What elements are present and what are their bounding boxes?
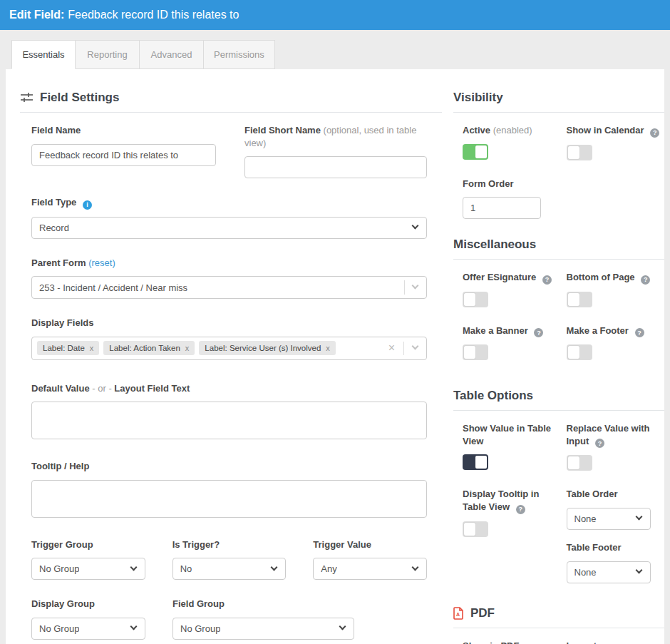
bottom-of-page-label: Bottom of Page ? <box>567 271 665 285</box>
field-type-select[interactable]: Record <box>31 217 427 239</box>
tooltip-help-textarea[interactable] <box>31 480 427 518</box>
display-group-select[interactable]: No Group <box>31 618 145 640</box>
replace-value-with-input-toggle[interactable] <box>567 455 592 471</box>
toggle-knob <box>568 146 579 159</box>
table-footer-label: Table Footer <box>567 541 665 554</box>
toggle-knob <box>464 293 475 306</box>
make-a-footer-toggle[interactable] <box>567 344 592 360</box>
tab-reporting[interactable]: Reporting <box>76 40 140 69</box>
field-short-name-label: Field Short Name (optional, used in tabl… <box>244 124 427 149</box>
parent-form-reset-link[interactable]: (reset) <box>88 257 115 268</box>
field-short-name-input[interactable] <box>244 156 427 178</box>
offer-esignature-group: Offer ESignature ? <box>463 271 561 307</box>
display-tooltip-in-table-view-group: Display Tooltip in Table View ? <box>463 488 561 573</box>
visibility-heading: Visibility <box>453 91 664 113</box>
help-icon[interactable]: ? <box>542 275 552 285</box>
default-value-textarea[interactable] <box>31 402 427 439</box>
show-in-calendar-toggle[interactable] <box>567 145 592 160</box>
help-icon[interactable]: ? <box>641 275 650 285</box>
tooltip-help-label: Tooltip / Help <box>31 460 427 473</box>
is-trigger-select[interactable]: No <box>172 558 287 580</box>
trigger-value-label: Trigger Value <box>313 538 427 551</box>
options-column: Visibility Active (enabled) <box>453 91 664 644</box>
form-order-input[interactable] <box>463 197 541 219</box>
tab-advanced[interactable]: Advanced <box>140 40 204 69</box>
remove-tag-icon[interactable]: x <box>90 344 94 352</box>
display-field-tag: Label: Action Taken x <box>103 341 195 355</box>
show-in-pdf-label: Show in PDF <box>463 640 561 644</box>
trigger-group-label: Trigger Group <box>31 538 145 551</box>
replace-value-with-input-group: Replace Value with Input ? <box>567 422 665 471</box>
help-icon[interactable]: ? <box>534 328 543 337</box>
pdf-heading: A PDF <box>453 606 664 628</box>
parent-form-group: Parent Form (reset) 253 - Incident / Acc… <box>31 257 427 300</box>
chevron-down-icon <box>339 623 346 630</box>
miscellaneous-heading: Miscellaneous <box>453 237 664 260</box>
field-group-select[interactable]: No Group <box>172 618 354 640</box>
field-type-label: Field Type i <box>31 196 427 210</box>
tab-permissions[interactable]: Permissions <box>204 40 275 69</box>
display-fields-multiselect[interactable]: Label: Date x Label: Action Taken x Labe… <box>31 337 427 360</box>
make-a-banner-group: Make a Banner ? <box>463 324 561 361</box>
toggle-knob <box>464 346 475 359</box>
make-a-banner-toggle[interactable] <box>463 344 488 360</box>
header-title: Feedback record ID this relates to <box>68 9 239 21</box>
make-a-footer-group: Make a Footer ? <box>567 324 665 361</box>
field-type-group: Field Type i Record <box>31 196 427 239</box>
pdf-layout-label: Layout <box>567 640 665 644</box>
make-a-footer-label: Make a Footer ? <box>567 324 665 338</box>
main-panel: Essentials Reporting Advanced Permission… <box>6 30 664 638</box>
toggle-knob <box>568 346 579 359</box>
remove-tag-icon[interactable]: x <box>185 344 190 352</box>
form-order-label: Form Order <box>463 178 664 190</box>
table-order-select[interactable]: None <box>567 508 651 530</box>
miscellaneous-title: Miscellaneous <box>453 237 536 252</box>
visibility-title: Visibility <box>453 91 503 105</box>
table-options-title: Table Options <box>453 389 533 403</box>
trigger-group-select[interactable]: No Group <box>31 558 145 580</box>
field-group-label: Field Group <box>172 598 354 610</box>
parent-form-select[interactable]: 253 - Incident / Accident / Near miss <box>31 276 427 299</box>
show-value-in-table-view-toggle[interactable] <box>463 454 488 470</box>
chevron-down-icon <box>271 563 278 571</box>
table-order-label: Table Order <box>567 488 665 501</box>
table-order-group: Table Order None <box>567 488 665 530</box>
info-icon[interactable]: i <box>83 200 92 210</box>
offer-esignature-toggle[interactable] <box>463 292 488 307</box>
active-hint: (enabled) <box>493 125 532 136</box>
help-icon[interactable]: ? <box>595 439 604 448</box>
field-name-input[interactable] <box>31 144 216 166</box>
table-footer-group: Table Footer None <box>567 541 665 583</box>
trigger-value-select[interactable]: Any <box>313 558 427 580</box>
toggle-knob <box>568 456 579 469</box>
remove-tag-icon[interactable]: x <box>326 344 330 352</box>
toggle-knob <box>464 523 475 536</box>
help-icon[interactable]: ? <box>650 128 659 138</box>
replace-value-with-input-label: Replace Value with Input ? <box>567 422 665 448</box>
field-settings-heading: Field Settings <box>20 91 442 113</box>
display-field-tag: Label: Service User (s) Involved x <box>199 341 335 355</box>
chevron-down-icon <box>412 282 419 290</box>
tab-essentials[interactable]: Essentials <box>11 40 76 69</box>
select-divider <box>403 342 404 355</box>
toggle-knob <box>475 145 487 158</box>
table-footer-select[interactable]: None <box>567 561 651 583</box>
display-group-group: Display Group No Group <box>31 598 145 640</box>
bottom-of-page-toggle[interactable] <box>567 292 592 307</box>
help-icon[interactable]: ? <box>635 328 644 337</box>
form-order-group: Form Order <box>463 178 664 220</box>
chevron-down-icon <box>130 623 138 630</box>
default-value-label: Default Value - or - Layout Field Text <box>31 382 427 395</box>
clear-all-icon[interactable]: × <box>388 342 395 354</box>
field-settings-title: Field Settings <box>40 91 119 105</box>
help-icon[interactable]: ? <box>516 505 525 514</box>
field-name-label: Field Name <box>31 124 216 137</box>
display-fields-group: Display Fields Label: Date x Label: Acti… <box>31 317 427 360</box>
display-field-tag: Label: Date x <box>37 341 99 355</box>
display-tooltip-in-table-view-toggle[interactable] <box>463 521 488 537</box>
active-toggle[interactable] <box>463 144 488 160</box>
parent-form-label: Parent Form (reset) <box>31 257 427 270</box>
display-fields-label: Display Fields <box>31 317 427 329</box>
tab-bar: Essentials Reporting Advanced Permission… <box>6 30 664 69</box>
make-a-banner-label: Make a Banner ? <box>463 324 561 338</box>
